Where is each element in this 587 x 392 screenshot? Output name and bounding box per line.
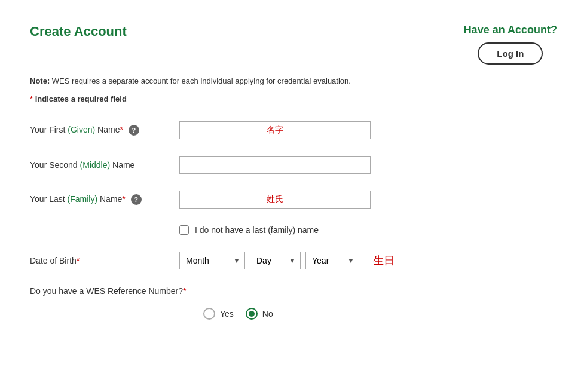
- middle-name-label: Your Second (Middle) Name: [30, 160, 179, 170]
- middle-name-label-end: Name: [110, 160, 134, 170]
- required-text: indicates a required field: [33, 94, 127, 103]
- login-button[interactable]: Log In: [478, 42, 543, 65]
- radio-no-label: No: [262, 309, 273, 318]
- dob-chinese-label: 生日: [373, 253, 395, 268]
- dob-selects: Month January February March April May J…: [179, 252, 395, 270]
- page-title: Create Account: [30, 24, 127, 39]
- page-container: Create Account Have an Account? Log In N…: [0, 0, 587, 392]
- month-wrapper: Month January February March April May J…: [179, 252, 245, 270]
- last-name-row: Your Last (Family) Name* ?: [30, 191, 557, 209]
- wes-ref-label: Do you have a WES Reference Number?*: [30, 286, 186, 296]
- last-name-required: *: [122, 194, 125, 204]
- required-note: * indicates a required field: [30, 94, 557, 103]
- note-text: Note: WES requires a separate account fo…: [30, 76, 557, 85]
- form-section: Your First (Given) Name* ? Your Second (…: [30, 121, 557, 320]
- last-name-label-highlight: (Family): [68, 194, 98, 204]
- note-body: WES requires a separate account for each…: [52, 76, 351, 85]
- day-wrapper: Day ▼: [250, 252, 301, 270]
- radio-yes-button[interactable]: [203, 308, 215, 320]
- dob-label-text: Date of Birth: [30, 256, 77, 265]
- wes-ref-row: Do you have a WES Reference Number?*: [30, 286, 557, 296]
- first-name-label-start: Your First: [30, 125, 68, 134]
- left-header: Create Account: [30, 24, 127, 39]
- have-account-label: Have an Account?: [464, 24, 557, 36]
- last-name-label-end: Name: [97, 194, 122, 204]
- first-name-required: *: [120, 125, 123, 134]
- last-name-help-icon[interactable]: ?: [131, 194, 142, 205]
- first-name-help-icon[interactable]: ?: [129, 125, 139, 136]
- radio-no-option[interactable]: No: [246, 308, 273, 320]
- last-name-label: Your Last (Family) Name* ?: [30, 194, 179, 205]
- day-select[interactable]: Day: [250, 252, 301, 270]
- radio-yes-option[interactable]: Yes: [203, 308, 234, 320]
- last-name-input[interactable]: [179, 191, 371, 209]
- dob-required: *: [77, 256, 80, 265]
- middle-name-label-start: Your Second: [30, 160, 80, 170]
- first-name-row: Your First (Given) Name* ?: [30, 121, 557, 139]
- month-select[interactable]: Month January February March April May J…: [179, 252, 245, 270]
- middle-name-row: Your Second (Middle) Name: [30, 156, 557, 174]
- radio-row: Yes No: [203, 308, 557, 320]
- no-last-name-label[interactable]: I do not have a last (family) name: [195, 225, 319, 235]
- first-name-label-highlight: (Given): [68, 125, 95, 134]
- year-select[interactable]: Year: [305, 252, 359, 270]
- have-account-section: Have an Account? Log In: [464, 24, 557, 65]
- header-area: Create Account Have an Account? Log In: [30, 24, 557, 65]
- middle-name-input[interactable]: [179, 156, 371, 174]
- radio-yes-label: Yes: [220, 309, 234, 318]
- dob-label: Date of Birth*: [30, 256, 179, 265]
- middle-name-label-highlight: (Middle): [80, 160, 111, 170]
- note-bold: Note:: [30, 76, 50, 85]
- radio-no-button[interactable]: [246, 308, 258, 320]
- year-wrapper: Year ▼: [305, 252, 359, 270]
- wes-ref-required: *: [183, 286, 186, 296]
- no-last-name-row: I do not have a last (family) name: [179, 225, 557, 235]
- wes-ref-label-text: Do you have a WES Reference Number?: [30, 286, 183, 296]
- first-name-input[interactable]: [179, 121, 371, 139]
- no-last-name-checkbox[interactable]: [179, 225, 189, 235]
- first-name-label: Your First (Given) Name* ?: [30, 125, 179, 136]
- first-name-label-end: Name: [95, 125, 120, 134]
- dob-row: Date of Birth* Month January February Ma…: [30, 252, 557, 270]
- last-name-label-start: Your Last: [30, 194, 68, 204]
